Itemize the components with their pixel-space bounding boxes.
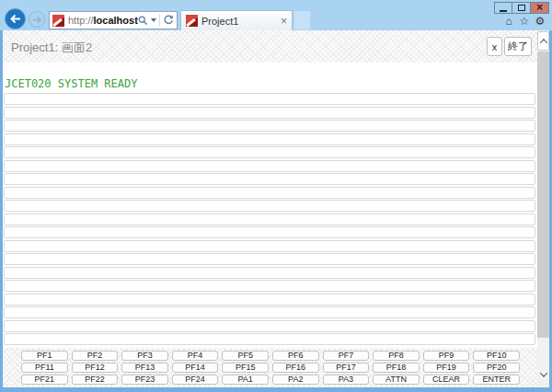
keypad-button-pf16[interactable]: PF16 [272,363,319,373]
terminal-row [4,333,535,345]
terminal-row [4,146,535,158]
tab-project1[interactable]: Project1 × [180,10,293,30]
window-close-icon: × [536,3,543,13]
keypad-button-pf24[interactable]: PF24 [172,375,219,385]
refresh-icon[interactable] [163,15,174,26]
minimize-button[interactable] [494,2,512,14]
tab-close-icon[interactable]: × [281,17,287,26]
terminal-row [4,306,535,318]
search-icon[interactable] [138,16,148,26]
url-scheme: http:// [68,15,94,26]
keypad-button-pf15[interactable]: PF15 [222,363,269,373]
url-text[interactable]: http://localhost/wsmgrweb/E [68,15,138,26]
terminal-row [4,267,535,279]
terminal-row [4,187,535,199]
back-button[interactable] [5,8,26,29]
terminal-row [4,226,535,238]
home-icon[interactable]: ⌂ [502,15,515,29]
page-title: Project1: 画面2 [11,40,92,56]
terminal-row [4,240,535,252]
browser-toolbar: ⌂ ☆ ⚙ [502,15,546,29]
settings-gear-icon[interactable]: ⚙ [534,15,546,29]
keypad-button-pf20[interactable]: PF20 [473,363,520,373]
keypad-button-pf10[interactable]: PF10 [473,351,520,361]
address-separator [159,14,160,27]
keypad-button-clear[interactable]: CLEAR [423,375,470,385]
favorites-icon[interactable]: ☆ [518,15,531,29]
keypad-button-pf17[interactable]: PF17 [323,363,370,373]
keypad-button-pf6[interactable]: PF6 [272,351,319,361]
keypad-button-pf1[interactable]: PF1 [21,351,68,361]
url-host: localhost [94,15,138,26]
site-favicon [52,15,64,27]
browser-window: http://localhost/wsmgrweb/E Project1 × [0,0,552,392]
terminal-message: JCET020 SYSTEM READY [5,77,537,90]
keypad-button-pf4[interactable]: PF4 [172,351,219,361]
terminal-rows [4,93,535,345]
terminal-row [4,213,535,225]
keypad-button-pf19[interactable]: PF19 [423,363,470,373]
keypad-panel: PF1PF2PF3PF4PF5PF6PF7PF8PF9PF10PF11PF12P… [3,348,537,387]
terminal-row [4,320,535,332]
scrollbar-down-button[interactable] [537,366,549,383]
keypad-button-pf7[interactable]: PF7 [323,351,370,361]
keypad-button-pf18[interactable]: PF18 [373,363,420,373]
maximize-icon [518,5,525,11]
chevron-up-icon [539,39,546,46]
forward-arrow-icon [32,16,42,24]
keypad-button-pf12[interactable]: PF12 [72,363,119,373]
dialog-close-button[interactable]: x [487,37,502,56]
terminal-row [4,294,535,306]
keypad-button-pa3[interactable]: PA3 [323,375,370,385]
keypad-button-pf11[interactable]: PF11 [21,363,68,373]
keypad-button-pf8[interactable]: PF8 [373,351,420,361]
terminal-row [4,93,535,105]
terminal-row [4,173,535,185]
keypad-button-pa2[interactable]: PA2 [272,375,319,385]
forward-button[interactable] [29,11,45,28]
minimize-icon [500,10,507,12]
keypad-button-pf23[interactable]: PF23 [121,375,168,385]
keypad-button-pf5[interactable]: PF5 [222,351,269,361]
terminal-row [4,107,535,119]
window-controls: × [494,2,549,14]
address-bar-icons [138,14,174,27]
keypad-button-pa1[interactable]: PA1 [222,375,269,385]
tab-title: Project1 [201,16,277,27]
scrollbar-thumb[interactable] [537,52,549,338]
terminal-row [4,280,535,292]
page-scrollbar[interactable] [537,30,549,387]
keypad-button-pf2[interactable]: PF2 [72,351,119,361]
terminal-row [4,133,535,145]
maximize-button[interactable] [512,2,531,14]
new-tab-button[interactable] [293,10,311,30]
browser-chrome: http://localhost/wsmgrweb/E Project1 × [0,0,552,30]
keypad-button-pf3[interactable]: PF3 [121,351,168,361]
keypad-button-attn[interactable]: ATTN [373,375,420,385]
terminal-row [4,120,535,132]
keypad-button-pf9[interactable]: PF9 [423,351,470,361]
exit-button[interactable]: 終了 [504,37,532,56]
keypad-button-enter[interactable]: ENTER [473,375,520,385]
keypad-button-pf22[interactable]: PF22 [72,375,119,385]
keypad-button-pf14[interactable]: PF14 [172,363,219,373]
back-arrow-icon [9,14,21,24]
keypad-button-pf13[interactable]: PF13 [121,363,168,373]
terminal-row [4,200,535,212]
tab-favicon [186,15,198,27]
terminal-screen[interactable]: JCET020 SYSTEM READY [3,63,537,348]
scrollbar-up-button[interactable] [537,31,549,51]
address-bar[interactable]: http://localhost/wsmgrweb/E [49,11,178,29]
chevron-down-icon [539,369,546,376]
page-content: Project1: 画面2 x 終了 JCET020 SYSTEM READY … [3,30,549,387]
search-dropdown-icon[interactable] [151,18,156,22]
terminal-row [4,160,535,172]
window-close-button[interactable]: × [531,2,549,14]
terminal-row [4,253,535,265]
dialog-header: Project1: 画面2 x 終了 [3,30,537,63]
keypad-button-pf21[interactable]: PF21 [21,375,68,385]
keypad-grid: PF1PF2PF3PF4PF5PF6PF7PF8PF9PF10PF11PF12P… [21,351,520,384]
